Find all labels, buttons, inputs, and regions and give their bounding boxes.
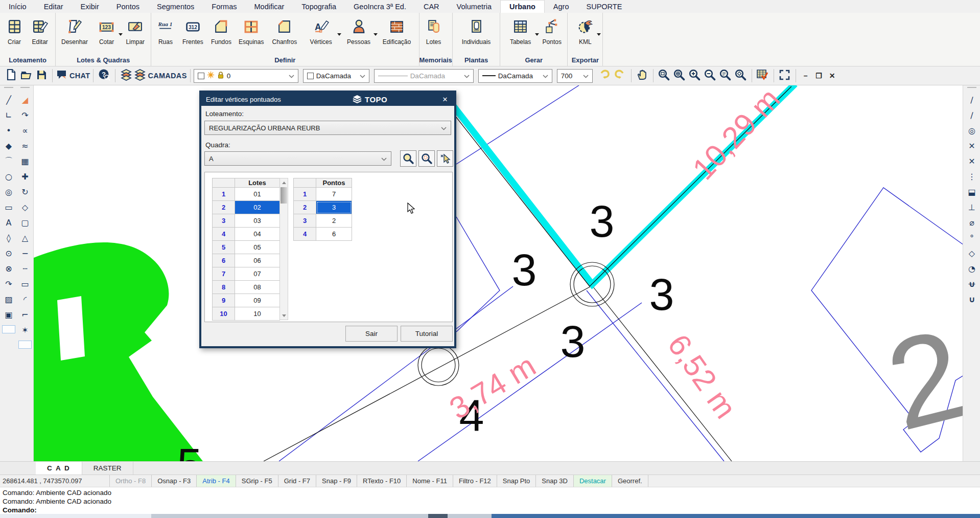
minimize-button[interactable]: – <box>799 67 812 84</box>
layers-button[interactable] <box>119 67 134 84</box>
zoom-previous-button[interactable] <box>718 67 733 84</box>
zoom-out-button[interactable] <box>703 67 718 84</box>
quadra-select[interactable]: A <box>204 151 391 166</box>
tab-raster[interactable]: RASTER <box>82 462 133 475</box>
table-value-cell[interactable]: 06 <box>235 254 280 267</box>
status-toggle-destacar[interactable]: Destacar <box>574 475 612 487</box>
row-number-cell[interactable]: 10 <box>213 307 235 321</box>
redo-button[interactable] <box>613 67 628 84</box>
ribbon-item-vertices[interactable]: AVértices <box>301 15 341 55</box>
status-toggle-nome-f11[interactable]: Nome - F11 <box>407 475 453 487</box>
row-number-cell[interactable]: 8 <box>213 281 235 294</box>
table-value-cell[interactable]: 04 <box>235 228 280 241</box>
move-icon[interactable]: ✚ <box>17 169 33 184</box>
snap-tangent-icon[interactable]: ⌀ <box>964 215 979 230</box>
ribbon-item-desenhar[interactable]: Desenhar <box>58 15 91 55</box>
row-number-cell[interactable]: 3 <box>213 214 235 228</box>
row-number-cell[interactable]: 6 <box>213 254 235 267</box>
rotate-icon[interactable]: ↻ <box>17 184 33 199</box>
line-icon[interactable]: ╱ <box>1 92 16 107</box>
ribbon-item-editar[interactable]: Editar <box>27 15 53 55</box>
row-number-cell[interactable]: 5 <box>213 241 235 254</box>
menu-tab-geoincra-3-ed[interactable]: GeoIncra 3ª Ed. <box>345 0 415 13</box>
snap-extension-icon[interactable]: ⋮ <box>964 169 979 184</box>
ribbon-item-pessoas[interactable]: Pessoas <box>341 15 377 55</box>
menu-tab-inicio[interactable]: Início <box>0 0 35 13</box>
array-icon[interactable]: ▦ <box>17 153 33 169</box>
status-toggle-georref[interactable]: Georref. <box>612 475 648 487</box>
menu-tab-modificar[interactable]: Modificar <box>246 0 293 13</box>
undo-button[interactable] <box>597 67 613 84</box>
menu-tab-agro[interactable]: Agro <box>545 0 578 13</box>
ribbon-item-fundos[interactable]: Fundos <box>208 15 235 55</box>
ribbon-item-ruas[interactable]: Rua 1Ruas <box>153 15 178 55</box>
row-number-cell[interactable]: 7 <box>213 267 235 281</box>
pan-hand-button[interactable] <box>635 67 650 84</box>
lotes-scrollbar[interactable] <box>279 178 288 320</box>
status-toggle-snap-f9[interactable]: Snap - F9 <box>316 475 357 487</box>
snap-intersection-icon[interactable]: ✕ <box>964 138 979 153</box>
chat-button[interactable]: CHAT <box>56 67 90 84</box>
zoom-dynamic-button[interactable] <box>672 67 687 84</box>
polyline-icon[interactable]: ∟ <box>1 107 16 123</box>
snap-quadrant-icon[interactable]: ◇ <box>964 245 979 261</box>
dropdown-arrow-icon[interactable] <box>597 33 601 36</box>
menu-tab-editar[interactable]: Editar <box>35 0 72 13</box>
rect-vertices-icon[interactable]: ▭ <box>17 276 33 291</box>
table-value-cell[interactable]: 08 <box>235 281 280 294</box>
tab-cad[interactable]: C A D <box>36 462 82 475</box>
camadas-button[interactable]: CAMADAS <box>134 67 186 84</box>
ribbon-item-kml[interactable]: KML <box>570 15 600 55</box>
ribbon-item-individuais[interactable]: Individuais <box>455 15 498 55</box>
status-toggle-sgrip-f5[interactable]: SGrip - F5 <box>236 475 278 487</box>
curve-edit-icon[interactable]: ↷ <box>17 107 33 123</box>
menu-tab-formas[interactable]: Formas <box>203 0 245 13</box>
menu-tab-segmentos[interactable]: Segmentos <box>148 0 203 13</box>
ribbon-item-tabelas[interactable]: Tabelas <box>502 15 539 55</box>
row-number-cell[interactable]: 3 <box>294 214 316 228</box>
zoom-extents-button[interactable] <box>733 67 749 84</box>
ribbon-item-pontos[interactable]: Pontos <box>539 15 565 55</box>
table-value-cell[interactable]: 03 <box>235 214 280 228</box>
ribbon-item-criar[interactable]: Criar <box>2 15 27 55</box>
stretch-icon[interactable]: △ <box>17 230 33 245</box>
ribbon-item-limpar[interactable]: Limpar <box>122 15 149 55</box>
dialog-title-bar[interactable]: Editar vértices pontuados TOPO ✕ <box>201 93 454 106</box>
linetype-combo[interactable]: DaCamada <box>374 69 474 83</box>
row-number-cell[interactable]: 4 <box>294 228 316 241</box>
ribbon-item-edificacao[interactable]: Edificação <box>377 15 417 55</box>
copy-rotate-icon[interactable]: ↷ <box>1 276 16 291</box>
menu-tab-suporte[interactable]: SUPORTE <box>577 0 631 13</box>
snap-nearest-icon[interactable]: ◔ <box>964 261 979 276</box>
snap-endpoint-icon[interactable]: ∕ <box>964 92 979 107</box>
menu-tab-volumetria[interactable]: Volumetria <box>448 0 501 13</box>
layer-combo[interactable]: 0 <box>194 69 298 83</box>
status-toggle-atrib-f4[interactable]: Atrib - F4 <box>197 475 236 487</box>
menu-tab-car[interactable]: CAR <box>415 0 448 13</box>
loteamento-select[interactable]: REGULARIZAÇÃO URBANA REURB <box>204 121 451 135</box>
menu-tab-urbano[interactable]: Urbano <box>500 0 545 13</box>
break-point-icon[interactable]: ┄ <box>17 261 33 276</box>
snap-perpendicular-icon[interactable]: ⊥ <box>964 199 979 215</box>
status-toggle-rtexto-f10[interactable]: RTexto - F10 <box>357 475 407 487</box>
save-button[interactable] <box>34 67 49 84</box>
table-value-cell[interactable]: 3 <box>316 201 352 214</box>
ribbon-item-esquinas[interactable]: Esquinas <box>235 15 268 55</box>
restore-button[interactable]: ❐ <box>812 67 826 84</box>
snap-insertion-icon[interactable]: ⬓ <box>964 184 979 199</box>
table-value-cell[interactable]: 10 <box>235 307 280 321</box>
table-value-cell[interactable]: 07 <box>235 267 280 281</box>
pick-on-screen-button[interactable] <box>437 150 453 167</box>
zoom-extents-button[interactable] <box>418 150 435 167</box>
point-icon[interactable]: • <box>1 123 16 138</box>
circle-icon[interactable]: ○ <box>1 169 16 184</box>
sair-button[interactable]: Sair <box>345 326 398 342</box>
table-value-cell[interactable]: 02 <box>235 201 280 214</box>
status-toggle-snap-3d[interactable]: Snap 3D <box>536 475 574 487</box>
lineweight-combo[interactable]: DaCamada <box>478 69 552 83</box>
paste-icon[interactable]: ▢ <box>17 215 33 230</box>
snap-off-icon[interactable]: ∪ <box>964 276 979 291</box>
circle-detach-icon[interactable]: ⊗ <box>1 261 16 276</box>
ellipse-icon[interactable]: ◎ <box>1 184 16 199</box>
ribbon-item-cotar[interactable]: 123Cotar <box>91 15 122 55</box>
